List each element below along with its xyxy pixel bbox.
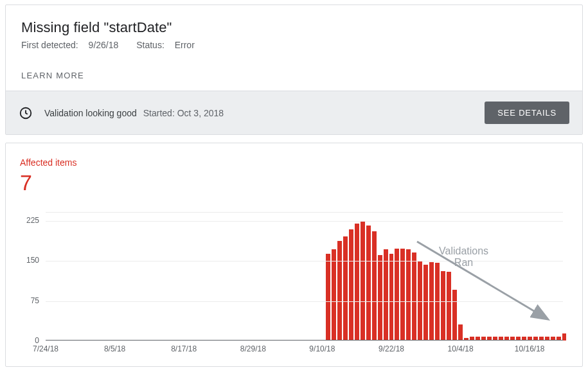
bar bbox=[355, 224, 359, 341]
affected-items-count: 7 bbox=[20, 170, 568, 195]
bar-chart: 075150225 7/24/188/5/188/17/188/29/189/1… bbox=[20, 212, 568, 355]
issue-header: Missing field "startDate" First detected… bbox=[6, 5, 582, 57]
bar bbox=[349, 229, 353, 341]
bar bbox=[372, 231, 377, 341]
bar bbox=[458, 324, 463, 341]
x-tick-label: 9/10/18 bbox=[309, 344, 335, 353]
bar bbox=[441, 271, 445, 341]
clock-icon bbox=[19, 106, 33, 120]
status: Status: Error bbox=[136, 40, 202, 50]
bar bbox=[395, 249, 399, 341]
affected-items-label: Affected items bbox=[20, 157, 568, 168]
bar bbox=[406, 249, 411, 341]
bar bbox=[384, 249, 388, 341]
x-axis: 7/24/188/5/188/17/188/29/189/10/189/22/1… bbox=[46, 343, 563, 355]
bar bbox=[378, 255, 382, 341]
bar bbox=[423, 265, 428, 341]
bars-container bbox=[46, 213, 563, 341]
validation-message: Validation looking good bbox=[44, 108, 137, 118]
x-tick-label: 7/24/18 bbox=[33, 344, 58, 353]
bar bbox=[337, 241, 342, 341]
y-tick-label: 225 bbox=[26, 216, 39, 225]
chart-card: Affected items 7 075150225 7/24/188/5/18… bbox=[5, 143, 583, 367]
bar bbox=[400, 249, 405, 341]
x-tick-label: 10/4/18 bbox=[448, 344, 474, 353]
bar bbox=[361, 222, 365, 341]
bar bbox=[412, 252, 416, 341]
x-tick-label: 10/16/18 bbox=[515, 344, 545, 353]
bar bbox=[332, 249, 336, 341]
y-tick-label: 0 bbox=[35, 336, 39, 345]
y-tick-label: 150 bbox=[26, 256, 39, 265]
bar bbox=[389, 254, 394, 341]
bar bbox=[452, 290, 457, 341]
bar bbox=[343, 236, 348, 341]
issue-header-card: Missing field "startDate" First detected… bbox=[5, 4, 583, 135]
x-tick-label: 8/29/18 bbox=[240, 344, 266, 353]
issue-meta: First detected: 9/26/18 Status: Error bbox=[21, 40, 567, 50]
x-tick-label: 8/5/18 bbox=[104, 344, 125, 353]
bar bbox=[366, 226, 371, 341]
bar bbox=[326, 254, 330, 341]
y-axis: 075150225 bbox=[20, 212, 42, 341]
first-detected: First detected: 9/26/18 bbox=[21, 40, 129, 50]
bar bbox=[435, 263, 440, 341]
baseline bbox=[46, 340, 563, 341]
learn-more-link[interactable]: LEARN MORE bbox=[6, 57, 582, 91]
see-details-button[interactable]: SEE DETAILS bbox=[485, 102, 569, 124]
bar bbox=[447, 272, 451, 341]
validation-status-bar: Validation looking good Started: Oct 3, … bbox=[6, 91, 582, 134]
issue-title: Missing field "startDate" bbox=[21, 19, 567, 36]
x-tick-label: 8/17/18 bbox=[171, 344, 197, 353]
plot-area bbox=[46, 212, 563, 341]
x-tick-label: 9/22/18 bbox=[379, 344, 404, 353]
y-tick-label: 75 bbox=[31, 296, 39, 305]
validation-started: Started: Oct 3, 2018 bbox=[143, 108, 224, 118]
